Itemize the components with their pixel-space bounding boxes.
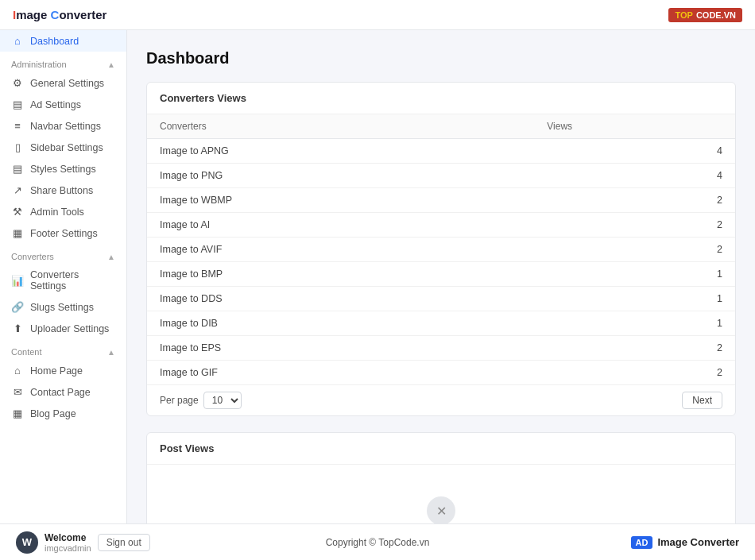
styles-icon: ▤ bbox=[11, 163, 24, 175]
sidebar-item-contact-page[interactable]: ✉ Contact Page bbox=[0, 381, 126, 403]
converter-views: 1 bbox=[534, 262, 735, 287]
empty-state: ✕ No posts bbox=[147, 465, 735, 523]
footer-bar: W Welcome imgcvadmin Sign out Copyright … bbox=[0, 523, 755, 560]
sidebar-item-label: General Settings bbox=[30, 78, 104, 89]
chevron-up-icon: ▲ bbox=[107, 253, 115, 261]
page-title: Dashboard bbox=[146, 49, 736, 68]
per-page-label: Per page bbox=[160, 395, 199, 406]
sidebar-item-home-page[interactable]: ⌂ Home Page bbox=[0, 360, 126, 381]
converter-views: 2 bbox=[534, 188, 735, 213]
footer-role: imgcvadmin bbox=[45, 543, 91, 553]
avatar: W bbox=[16, 531, 38, 554]
main-content: Dashboard Converters Views Converters Vi… bbox=[127, 30, 755, 523]
table-row: Image to DIB 1 bbox=[147, 311, 735, 336]
converter-name: Image to DIB bbox=[147, 311, 534, 336]
chevron-up-icon: ▲ bbox=[107, 348, 115, 357]
sidebar-item-sidebar-settings[interactable]: ▯ Sidebar Settings bbox=[0, 137, 126, 158]
post-views-card: Post Views ✕ No posts TopCode.vn Per pag… bbox=[146, 432, 736, 523]
per-page-control: Per page 10 25 50 bbox=[160, 392, 242, 409]
section-content: Content ▲ bbox=[0, 339, 126, 360]
sidebar-item-navbar-settings[interactable]: ≡ Navbar Settings bbox=[0, 115, 126, 137]
brand-badge: AD bbox=[631, 536, 653, 549]
mail-icon: ✉ bbox=[11, 386, 24, 398]
table-row: Image to BMP 1 bbox=[147, 262, 735, 287]
main-layout: ⌂ Dashboard Administration ▲ ⚙ General S… bbox=[0, 30, 755, 523]
converter-name: Image to APNG bbox=[147, 139, 534, 164]
converters-views-card: Converters Views Converters Views Image … bbox=[146, 82, 736, 416]
converter-views: 1 bbox=[534, 287, 735, 311]
table-row: Image to PNG 4 bbox=[147, 164, 735, 188]
sidebar-item-converters-settings[interactable]: 📊 Converters Settings bbox=[0, 265, 126, 296]
converters-pagination: Per page 10 25 50 Next bbox=[147, 384, 735, 415]
sidebar-item-uploader-settings[interactable]: ⬆ Uploader Settings bbox=[0, 318, 126, 339]
converter-views: 4 bbox=[534, 139, 735, 164]
converter-name: Image to PNG bbox=[147, 164, 534, 188]
table-row: Image to WBMP 2 bbox=[147, 188, 735, 213]
sidebar-item-label: Blog Page bbox=[30, 408, 76, 419]
brand-name: Image Converter bbox=[657, 536, 739, 548]
sidebar-item-ad-settings[interactable]: ▤ Ad Settings bbox=[0, 94, 126, 115]
converter-name: Image to AI bbox=[147, 213, 534, 238]
converter-views: 2 bbox=[534, 361, 735, 385]
converter-name: Image to DDS bbox=[147, 287, 534, 311]
blog-icon: ▦ bbox=[11, 407, 24, 419]
footer-username: Welcome bbox=[45, 532, 91, 543]
converter-name: Image to BMP bbox=[147, 262, 534, 287]
table-row: Image to DDS 1 bbox=[147, 287, 735, 311]
sidebar-item-label: Styles Settings bbox=[30, 164, 96, 175]
table-row: Image to AVIF 2 bbox=[147, 238, 735, 262]
table-row: Image to EPS 2 bbox=[147, 336, 735, 361]
chevron-up-icon: ▲ bbox=[107, 60, 115, 69]
home2-icon: ⌂ bbox=[11, 365, 24, 377]
converter-views: 1 bbox=[534, 311, 735, 336]
ad-icon: ▤ bbox=[11, 98, 24, 110]
converter-views: 2 bbox=[534, 238, 735, 262]
converter-views: 4 bbox=[534, 164, 735, 188]
sidebar-item-label: Navbar Settings bbox=[30, 121, 101, 132]
converter-views: 2 bbox=[534, 336, 735, 361]
table-row: Image to AI 2 bbox=[147, 213, 735, 238]
gear-icon: ⚙ bbox=[11, 77, 24, 89]
next-button[interactable]: Next bbox=[682, 392, 722, 409]
sidebar-item-admin-tools[interactable]: ⚒ Admin Tools bbox=[0, 201, 126, 222]
section-converters: Converters ▲ bbox=[0, 244, 126, 265]
sidebar-item-label: Dashboard bbox=[30, 36, 79, 47]
sidebar-item-label: Footer Settings bbox=[30, 228, 98, 239]
chart-icon: 📊 bbox=[11, 275, 24, 287]
converter-views: 2 bbox=[534, 213, 735, 238]
upload-icon: ⬆ bbox=[11, 322, 24, 334]
sidebar-item-general-settings[interactable]: ⚙ General Settings bbox=[0, 72, 126, 94]
sidebar-item-label: Share Buttons bbox=[30, 185, 93, 196]
sidebar-item-label: Slugs Settings bbox=[30, 302, 94, 313]
link-icon: 🔗 bbox=[11, 301, 24, 313]
tools-icon: ⚒ bbox=[11, 206, 24, 218]
signout-button[interactable]: Sign out bbox=[98, 534, 150, 551]
converter-name: Image to WBMP bbox=[147, 188, 534, 213]
sidebar-icon: ▯ bbox=[11, 141, 24, 153]
sidebar-item-slugs-settings[interactable]: 🔗 Slugs Settings bbox=[0, 296, 126, 318]
home-icon: ⌂ bbox=[11, 35, 24, 47]
sidebar-item-label: Admin Tools bbox=[30, 207, 84, 218]
table-row: Image to APNG 4 bbox=[147, 139, 735, 164]
post-views-header: Post Views bbox=[147, 433, 735, 465]
footer-copyright: Copyright © TopCode.vn bbox=[326, 537, 430, 548]
converter-name: Image to EPS bbox=[147, 336, 534, 361]
per-page-select[interactable]: 10 25 50 bbox=[203, 392, 242, 409]
sidebar-item-blog-page[interactable]: ▦ Blog Page bbox=[0, 403, 126, 424]
sidebar-item-label: Sidebar Settings bbox=[30, 142, 103, 153]
sidebar-item-label: Ad Settings bbox=[30, 99, 81, 110]
sidebar-item-styles-settings[interactable]: ▤ Styles Settings bbox=[0, 158, 126, 180]
footer-brand: AD Image Converter bbox=[631, 536, 739, 549]
footer-user-info: Welcome imgcvadmin bbox=[45, 532, 91, 553]
converter-name: Image to AVIF bbox=[147, 238, 534, 262]
sidebar-item-footer-settings[interactable]: ▦ Footer Settings bbox=[0, 222, 126, 244]
sidebar-item-label: Home Page bbox=[30, 365, 83, 377]
converter-name: Image to GIF bbox=[147, 361, 534, 385]
sidebar-item-dashboard[interactable]: ⌂ Dashboard bbox=[0, 30, 126, 52]
sidebar-item-label: Contact Page bbox=[30, 387, 91, 398]
app-title: Image Converter bbox=[13, 8, 106, 21]
section-administration: Administration ▲ bbox=[0, 52, 126, 72]
sidebar-item-share-buttons[interactable]: ↗ Share Buttons bbox=[0, 180, 126, 201]
topcode-logo: TOPTOPCODE.VNCODE.VN bbox=[668, 8, 742, 22]
sidebar-item-label: Uploader Settings bbox=[30, 323, 109, 334]
